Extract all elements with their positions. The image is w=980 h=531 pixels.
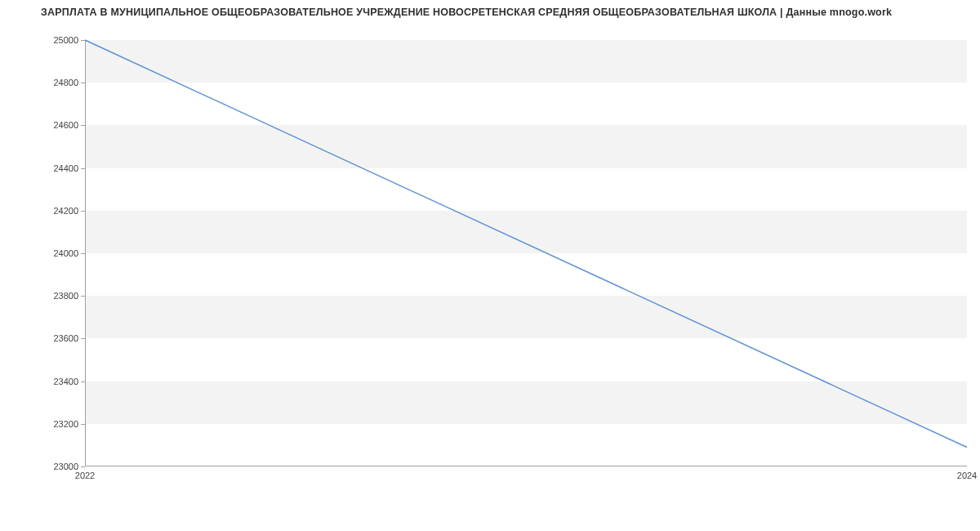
y-tick-label: 23800 [29,291,78,301]
x-tick-label: 2022 [75,471,95,480]
y-tick-label: 25000 [29,35,78,45]
salary-chart: { "chart_data": { "type": "line", "title… [0,0,980,531]
y-tick-label: 24800 [29,78,78,87]
y-tick-label: 23200 [29,419,78,429]
y-tick-label: 24600 [29,120,78,130]
x-tick-label: 2024 [957,471,977,480]
y-tick-label: 23000 [29,462,78,471]
y-tick-label: 23400 [29,377,78,386]
chart-line-layer [85,40,967,466]
series-line [85,40,967,448]
chart-title: ЗАРПЛАТА В МУНИЦИПАЛЬНОЕ ОБЩЕОБРАЗОВАТЕЛ… [41,7,892,18]
y-tick-mark [81,466,85,467]
y-tick-label: 24400 [29,163,78,173]
y-tick-label: 24000 [29,248,78,258]
y-tick-label: 24200 [29,206,78,216]
y-tick-label: 23600 [29,333,78,343]
